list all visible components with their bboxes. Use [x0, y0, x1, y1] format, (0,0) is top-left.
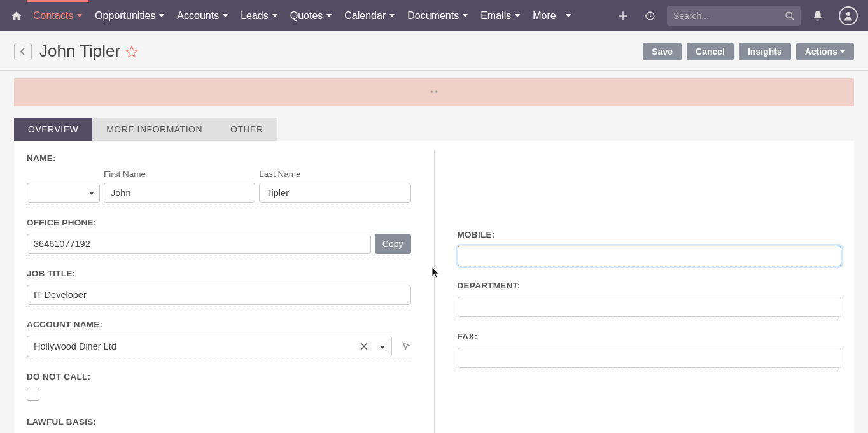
history-button[interactable] — [640, 10, 659, 22]
chevron-down-icon — [566, 14, 571, 17]
back-button[interactable] — [14, 43, 32, 60]
chevron-down-icon — [463, 14, 468, 17]
nav-quotes[interactable]: Quotes — [284, 0, 339, 31]
last-name-sublabel: Last Name — [259, 169, 410, 179]
user-menu-button[interactable] — [835, 6, 862, 25]
nav-label: Documents — [407, 10, 459, 22]
department-input[interactable] — [458, 297, 842, 317]
svg-point-1 — [786, 12, 792, 18]
page-title: John Tipler — [39, 41, 120, 61]
alert-bar: • • — [14, 78, 854, 106]
column-divider — [434, 150, 435, 433]
chevron-down-icon — [272, 14, 277, 17]
lawful-basis-label: LAWFUL BASIS: — [27, 417, 411, 427]
nav-label: Quotes — [290, 10, 323, 22]
actions-button[interactable]: Actions — [796, 43, 854, 60]
account-name-input[interactable] — [32, 340, 353, 353]
nav-leads[interactable]: Leads — [234, 0, 284, 31]
do-not-call-checkbox[interactable] — [27, 388, 39, 401]
nav-documents[interactable]: Documents — [401, 0, 474, 31]
page-header: John Tipler Save Cancel Insights Actions — [0, 31, 868, 71]
copy-button[interactable]: Copy — [375, 234, 411, 254]
first-name-input[interactable] — [104, 183, 255, 203]
nav-label: Accounts — [177, 10, 219, 22]
mobile-input[interactable] — [458, 246, 842, 266]
fax-label: FAX: — [458, 332, 842, 341]
office-phone-input[interactable] — [27, 234, 371, 254]
tabs: OVERVIEW MORE INFORMATION OTHER — [14, 118, 868, 141]
nav-calendar[interactable]: Calendar — [338, 0, 401, 31]
chevron-down-icon[interactable] — [375, 341, 386, 351]
salutation-select[interactable] — [27, 183, 100, 203]
do-not-call-label: DO NOT CALL: — [27, 372, 411, 381]
clear-icon[interactable] — [358, 342, 370, 351]
tab-more-information[interactable]: MORE INFORMATION — [92, 118, 216, 141]
chevron-down-icon — [515, 14, 520, 17]
chevron-down-icon — [89, 192, 94, 195]
office-phone-label: OFFICE PHONE: — [27, 218, 411, 227]
save-button[interactable]: Save — [643, 43, 682, 60]
pointer-icon[interactable] — [401, 341, 411, 351]
cancel-button[interactable]: Cancel — [687, 43, 734, 60]
first-name-sublabel: First Name — [104, 169, 255, 179]
fax-input[interactable] — [458, 348, 842, 368]
search-box[interactable] — [667, 6, 801, 26]
chevron-down-icon — [223, 14, 228, 17]
home-button[interactable] — [6, 0, 27, 31]
last-name-input[interactable] — [259, 183, 410, 203]
chevron-down-icon — [159, 14, 164, 17]
insights-button[interactable]: Insights — [739, 43, 791, 60]
top-nav: Contacts Opportunities Accounts Leads Qu… — [0, 0, 868, 31]
mobile-label: MOBILE: — [458, 230, 842, 239]
department-label: DEPARTMENT: — [458, 281, 842, 290]
chevron-down-icon — [326, 14, 332, 17]
right-column: MOBILE: DEPARTMENT: FAX: MY MULTI ENUM: — [458, 153, 842, 433]
add-button[interactable] — [613, 10, 633, 22]
chevron-down-icon — [840, 50, 845, 53]
nav-accounts[interactable]: Accounts — [171, 0, 234, 31]
tab-other[interactable]: OTHER — [216, 118, 277, 141]
job-title-input[interactable] — [27, 285, 411, 305]
nav-label: Emails — [480, 10, 511, 22]
chevron-down-icon — [389, 14, 395, 17]
search-icon — [785, 11, 795, 21]
svg-point-2 — [846, 12, 850, 16]
nav-more[interactable]: More — [526, 0, 577, 31]
notifications-button[interactable] — [808, 10, 827, 22]
nav-label: Contacts — [33, 10, 73, 22]
nav-label: More — [533, 10, 556, 22]
nav-contacts[interactable]: Contacts — [27, 0, 88, 31]
nav-opportunities[interactable]: Opportunities — [88, 0, 171, 31]
nav-label: Calendar — [344, 10, 386, 22]
loading-dots: • • — [430, 88, 438, 97]
search-input[interactable] — [673, 11, 785, 21]
left-column: NAME: First Name Last Name OFFICE PHONE:… — [27, 153, 411, 433]
avatar-icon — [839, 6, 858, 25]
nav-label: Leads — [241, 10, 269, 22]
actions-label: Actions — [805, 46, 837, 57]
chevron-down-icon — [77, 14, 82, 17]
favorite-star-icon[interactable] — [125, 45, 138, 58]
tab-overview[interactable]: OVERVIEW — [14, 118, 92, 141]
account-name-label: ACCOUNT NAME: — [27, 320, 411, 329]
overview-panel: NAME: First Name Last Name OFFICE PHONE:… — [14, 141, 854, 433]
job-title-label: JOB TITLE: — [27, 269, 411, 278]
nav-label: Opportunities — [95, 10, 155, 22]
name-label: NAME: — [27, 153, 411, 163]
nav-emails[interactable]: Emails — [474, 0, 526, 31]
